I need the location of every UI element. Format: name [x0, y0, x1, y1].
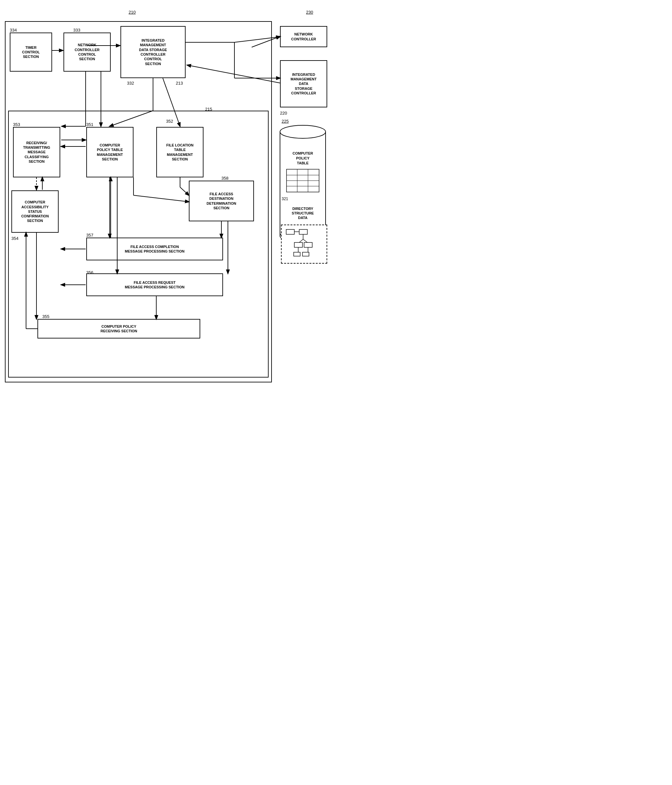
ref-332: 332 [127, 81, 134, 86]
ref-213: 213 [176, 81, 183, 86]
svg-line-21 [299, 239, 303, 242]
ref-352: 352 [166, 119, 173, 124]
diagram-container: 210 230 215 TIMERCONTROLSECTION 334 NETW… [0, 0, 336, 392]
network-controller-right: NETWORKCONTROLLER [280, 26, 327, 47]
integrated-management-right: INTEGRATEDMANAGEMENTDATASTORAGECONTROLLE… [280, 60, 327, 107]
svg-rect-23 [294, 242, 302, 247]
svg-text:TABLE: TABLE [297, 161, 309, 165]
svg-rect-24 [304, 242, 312, 247]
computer-policy-table-mgmt-section: COMPUTERPOLICY TABLEMANAGEMENTSECTION [86, 127, 133, 177]
svg-rect-27 [302, 252, 309, 256]
ref-353: 353 [13, 122, 20, 127]
file-access-completion-section: FILE ACCESS COMPLETIONMESSAGE PROCESSING… [86, 238, 223, 260]
ref-357: 357 [86, 233, 94, 238]
ref-210: 210 [128, 10, 136, 15]
svg-line-22 [303, 239, 307, 242]
svg-text:STRUCTURE: STRUCTURE [292, 211, 314, 215]
svg-rect-28 [294, 252, 300, 256]
ref-356: 356 [86, 270, 94, 275]
ref-230: 230 [306, 10, 313, 15]
svg-rect-19 [299, 230, 307, 235]
ref-334: 334 [10, 28, 17, 33]
file-location-table-mgmt-section: FILE LOCATIONTABLEMANAGEMENTSECTION [156, 127, 204, 177]
ref-215: 215 [205, 107, 212, 112]
svg-point-1 [280, 125, 326, 138]
receiving-transmitting-section: RECEIVING/TRANSMITTINGMESSAGECLASSIFYING… [13, 127, 60, 177]
svg-text:DIRECTORY: DIRECTORY [292, 206, 313, 211]
computer-accessibility-section: COMPUTERACCESSIBILITYSTATUSCONFIRMATIONS… [11, 191, 59, 233]
svg-rect-17 [286, 230, 294, 235]
ref-351: 351 [86, 122, 94, 127]
file-access-request-section: FILE ACCESS REQUESTMESSAGE PROCESSING SE… [86, 274, 223, 296]
integrated-management-section: INTEGRATEDMANAGEMENTDATA STORAGECONTROLL… [121, 26, 186, 78]
file-access-destination-section: FILE ACCESSDESTINATIONDETERMINATIONSECTI… [189, 181, 254, 221]
svg-text:POLICY: POLICY [296, 156, 310, 160]
ref-355: 355 [42, 314, 50, 319]
ref-354: 354 [11, 236, 19, 241]
ref-220: 220 [280, 111, 287, 116]
directory-structure-box [281, 225, 327, 264]
svg-text:DATA: DATA [298, 216, 308, 220]
computer-policy-receiving-section: COMPUTER POLICYRECEIVING SECTION [38, 319, 200, 338]
network-controller-control-section: NETWORKCONTROLLERCONTROLSECTION [64, 33, 111, 72]
timer-control-section: TIMERCONTROLSECTION [10, 33, 52, 72]
tree-diagram [285, 228, 324, 260]
ref-358: 358 [221, 176, 229, 181]
svg-text:COMPUTER: COMPUTER [293, 151, 313, 155]
svg-text:321: 321 [282, 197, 288, 201]
ref-333: 333 [73, 28, 80, 33]
